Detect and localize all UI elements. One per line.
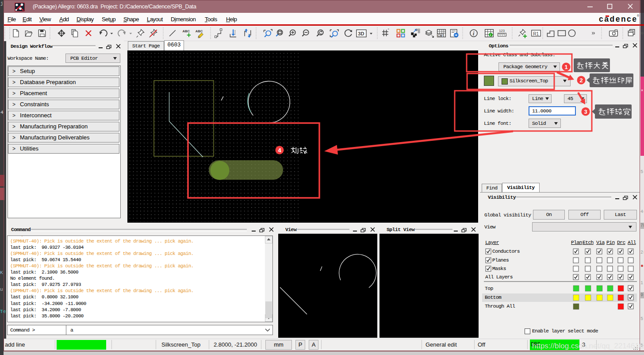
svg-text:4: 4 [278, 147, 281, 154]
svg-text:2: 2 [579, 77, 583, 84]
svg-text:3: 3 [584, 108, 587, 115]
svg-text:1: 1 [564, 64, 567, 70]
